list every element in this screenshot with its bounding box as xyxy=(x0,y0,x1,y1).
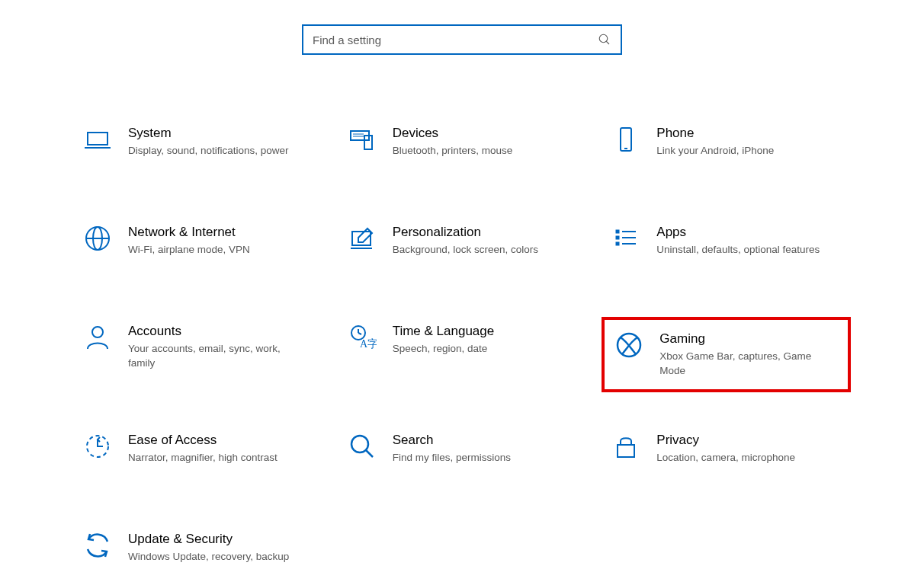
tile-title: Gaming xyxy=(659,331,835,347)
tile-text: GamingXbox Game Bar, captures, Game Mode xyxy=(659,331,835,379)
phone-icon xyxy=(609,125,643,154)
tile-text: PersonalizationBackground, lock screen, … xyxy=(393,224,538,257)
settings-grid: SystemDisplay, sound, notifications, pow… xyxy=(73,119,851,569)
update-icon xyxy=(81,531,114,560)
tile-apps[interactable]: AppsUninstall, defaults, optional featur… xyxy=(602,218,851,283)
svg-line-1 xyxy=(606,41,609,44)
tile-text: PhoneLink your Android, iPhone xyxy=(656,125,774,158)
xbox-icon xyxy=(612,331,646,360)
tile-title: Network & Internet xyxy=(128,224,250,240)
tile-desc: Location, camera, microphone xyxy=(656,451,795,465)
svg-point-0 xyxy=(599,34,608,43)
tile-title: Search xyxy=(393,432,511,448)
search-icon xyxy=(598,33,611,46)
tile-desc: Link your Android, iPhone xyxy=(656,144,774,158)
tile-text: AppsUninstall, defaults, optional featur… xyxy=(656,224,820,257)
tile-text: PrivacyLocation, camera, microphone xyxy=(656,432,795,465)
tile-text: SystemDisplay, sound, notifications, pow… xyxy=(128,125,289,158)
tile-desc: Find my files, permissions xyxy=(393,451,511,465)
tile-text: Network & InternetWi-Fi, airplane mode, … xyxy=(128,224,250,257)
tile-title: Time & Language xyxy=(393,323,495,339)
tile-ease-of-access[interactable]: Ease of AccessNarrator, magnifier, high … xyxy=(73,426,322,491)
tile-privacy[interactable]: PrivacyLocation, camera, microphone xyxy=(602,426,851,491)
tile-desc: Wi-Fi, airplane mode, VPN xyxy=(128,243,250,257)
tile-system[interactable]: SystemDisplay, sound, notifications, pow… xyxy=(73,119,322,184)
tile-desc: Speech, region, date xyxy=(393,342,495,356)
tile-text: Update & SecurityWindows Update, recover… xyxy=(128,531,289,564)
tile-desc: Background, lock screen, colors xyxy=(393,243,538,257)
search-input[interactable] xyxy=(313,34,598,46)
time-language-icon xyxy=(345,323,379,352)
tile-desc: Your accounts, email, sync, work, family xyxy=(128,342,303,371)
personalize-icon xyxy=(345,224,379,253)
tile-network[interactable]: Network & InternetWi-Fi, airplane mode, … xyxy=(73,218,322,283)
tile-text: Ease of AccessNarrator, magnifier, high … xyxy=(128,432,278,465)
tile-title: Apps xyxy=(656,224,820,240)
magnifier-icon xyxy=(345,432,379,461)
tile-gaming[interactable]: GamingXbox Game Bar, captures, Game Mode xyxy=(602,317,851,392)
search-box[interactable] xyxy=(302,24,622,55)
tile-title: Privacy xyxy=(656,432,795,448)
tile-desc: Bluetooth, printers, mouse xyxy=(393,144,513,158)
tile-desc: Display, sound, notifications, power xyxy=(128,144,289,158)
tile-devices[interactable]: DevicesBluetooth, printers, mouse xyxy=(338,119,587,184)
tile-desc: Narrator, magnifier, high contrast xyxy=(128,451,278,465)
devices-icon xyxy=(345,125,379,154)
tile-title: Devices xyxy=(393,125,513,141)
tile-desc: Windows Update, recovery, backup xyxy=(128,550,289,564)
tile-personalization[interactable]: PersonalizationBackground, lock screen, … xyxy=(338,218,587,283)
globe-icon xyxy=(81,224,114,253)
tile-desc: Uninstall, defaults, optional features xyxy=(656,243,820,257)
tile-text: SearchFind my files, permissions xyxy=(393,432,511,465)
search-region xyxy=(0,0,924,55)
tile-time-language[interactable]: Time & LanguageSpeech, region, date xyxy=(338,317,587,392)
tile-text: DevicesBluetooth, printers, mouse xyxy=(393,125,513,158)
ease-icon xyxy=(81,432,114,461)
tile-update-security[interactable]: Update & SecurityWindows Update, recover… xyxy=(73,525,322,569)
apps-icon xyxy=(609,224,643,253)
tile-accounts[interactable]: AccountsYour accounts, email, sync, work… xyxy=(73,317,322,392)
tile-desc: Xbox Game Bar, captures, Game Mode xyxy=(659,350,835,379)
person-icon xyxy=(81,323,114,352)
tile-title: Phone xyxy=(656,125,774,141)
tile-search[interactable]: SearchFind my files, permissions xyxy=(338,426,587,491)
tile-phone[interactable]: PhoneLink your Android, iPhone xyxy=(602,119,851,184)
tile-title: Ease of Access xyxy=(128,432,278,448)
tile-title: Update & Security xyxy=(128,531,289,547)
lock-icon xyxy=(609,432,643,461)
tile-text: AccountsYour accounts, email, sync, work… xyxy=(128,323,303,371)
tile-title: Personalization xyxy=(393,224,538,240)
tile-title: Accounts xyxy=(128,323,303,339)
laptop-icon xyxy=(81,125,114,154)
tile-title: System xyxy=(128,125,289,141)
tile-text: Time & LanguageSpeech, region, date xyxy=(393,323,495,356)
